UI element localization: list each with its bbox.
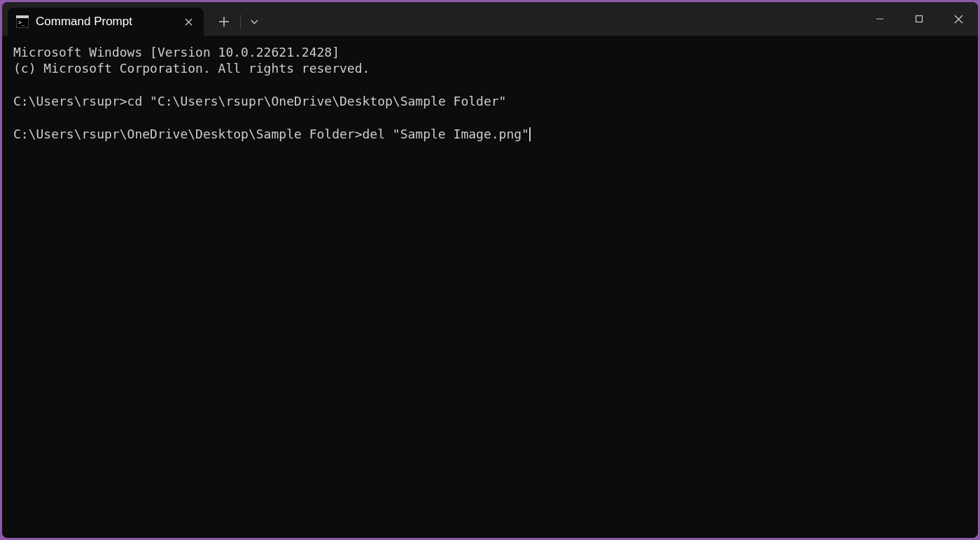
- minimize-button[interactable]: [860, 2, 899, 36]
- tab-title: Command Prompt: [36, 15, 174, 29]
- svg-text:>_: >_: [18, 20, 25, 26]
- terminal-prompt: C:\Users\rsupr\OneDrive\Desktop\Sample F…: [13, 127, 363, 141]
- window-controls: [860, 2, 978, 36]
- terminal-window: >_ Command Prompt: [2, 2, 978, 538]
- terminal-command: del "Sample Image.png": [363, 127, 529, 141]
- tab-dropdown-button[interactable]: [245, 10, 263, 34]
- terminal-header-line: (c) Microsoft Corporation. All rights re…: [13, 61, 370, 76]
- titlebar: >_ Command Prompt: [2, 2, 978, 36]
- new-tab-button[interactable]: [212, 10, 236, 34]
- tab-actions: [204, 8, 272, 36]
- tab-close-button[interactable]: [181, 15, 195, 29]
- terminal-prompt: C:\Users\rsupr>: [13, 94, 127, 108]
- command-prompt-icon: >_: [16, 15, 29, 28]
- cursor-icon: [529, 127, 531, 141]
- divider: [240, 15, 241, 29]
- maximize-button[interactable]: [899, 2, 939, 36]
- tab-command-prompt[interactable]: >_ Command Prompt: [8, 8, 204, 36]
- svg-rect-8: [916, 16, 923, 22]
- terminal-header-line: Microsoft Windows [Version 10.0.22621.24…: [13, 45, 340, 59]
- svg-rect-1: [16, 15, 29, 18]
- terminal-content[interactable]: Microsoft Windows [Version 10.0.22621.24…: [2, 36, 978, 538]
- close-button[interactable]: [939, 2, 978, 36]
- terminal-command: cd "C:\Users\rsupr\OneDrive\Desktop\Samp…: [127, 94, 507, 108]
- tab-area: >_ Command Prompt: [2, 2, 272, 36]
